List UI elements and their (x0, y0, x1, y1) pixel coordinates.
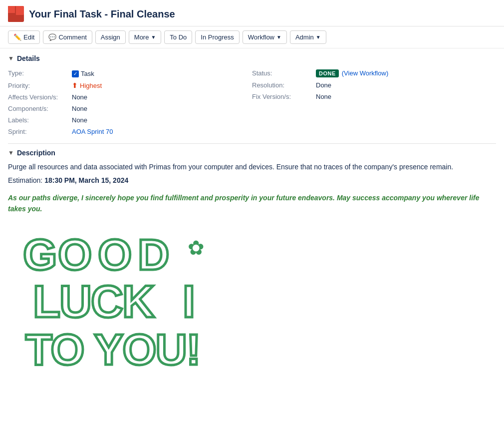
details-grid: Type: ✓ Task Priority: ⬆ Highest Affects… (8, 67, 496, 137)
svg-text:✿: ✿ (188, 237, 205, 259)
details-toggle-icon: ▼ (8, 55, 14, 62)
good-luck-image: G O O D ✿ LUCK I TO YOU! (8, 225, 496, 386)
svg-text:LUCK: LUCK (33, 277, 155, 327)
description-section-label: Description (17, 149, 55, 157)
resolution-label: Resolution: (252, 81, 312, 89)
toolbar: ✏️ Edit 💬 Comment Assign More ▼ To Do In… (0, 26, 504, 48)
comment-button[interactable]: 💬 Comment (43, 30, 92, 44)
details-section-header[interactable]: ▼ Details (8, 54, 496, 62)
component-value: None (72, 105, 87, 112)
more-chevron-icon: ▼ (151, 34, 156, 40)
app-logo (8, 6, 24, 22)
affects-version-row: Affects Version/s: None (8, 91, 252, 103)
assign-button[interactable]: Assign (95, 30, 126, 44)
done-badge: DONE (316, 69, 339, 77)
sprint-row: Sprint: AOA Sprint 70 (8, 126, 252, 137)
details-left-col: Type: ✓ Task Priority: ⬆ Highest Affects… (8, 67, 252, 137)
affects-version-label: Affects Version/s: (8, 93, 68, 101)
component-label: Component/s: (8, 105, 68, 112)
type-row: Type: ✓ Task (8, 67, 252, 79)
view-workflow-link[interactable]: (View Workflow) (342, 69, 388, 77)
details-right-col: Status: DONE(View Workflow) Resolution: … (252, 67, 496, 137)
estimation-value: 18:30 PM, March 15, 2024 (44, 176, 128, 184)
component-row: Component/s: None (8, 103, 252, 114)
description-section-header[interactable]: ▼ Description (8, 149, 496, 157)
admin-chevron-icon: ▼ (316, 34, 321, 40)
description-main-text: Purge all resources and data associated … (8, 162, 496, 172)
fix-version-label: Fix Version/s: (252, 93, 312, 100)
estimation-text: Estimation: 18:30 PM, March 15, 2024 (8, 176, 496, 184)
priority-highest-icon: ⬆ (72, 81, 78, 89)
workflow-button[interactable]: Workflow ▼ (243, 30, 287, 44)
labels-label: Labels: (8, 116, 68, 124)
task-checkbox-icon: ✓ (72, 70, 79, 77)
status-row: Status: DONE(View Workflow) (252, 67, 496, 79)
svg-text:D: D (138, 230, 169, 279)
description-section: ▼ Description Purge all resources and da… (8, 149, 496, 215)
status-label: Status: (252, 69, 312, 77)
resolution-row: Resolution: Done (252, 79, 496, 91)
details-section-label: Details (17, 54, 40, 62)
fix-version-value: None (316, 93, 331, 100)
priority-row: Priority: ⬆ Highest (8, 79, 252, 91)
type-value: ✓ Task (72, 70, 94, 77)
edit-icon: ✏️ (13, 33, 21, 41)
svg-text:TO YOU!: TO YOU! (25, 325, 200, 374)
todo-button[interactable]: To Do (164, 30, 192, 44)
labels-row: Labels: None (8, 114, 252, 126)
details-divider (8, 143, 496, 144)
workflow-chevron-icon: ▼ (276, 34, 281, 40)
priority-label: Priority: (8, 82, 68, 89)
good-luck-svg: G O O D ✿ LUCK I TO YOU! (18, 225, 248, 385)
inprogress-button[interactable]: In Progress (195, 30, 239, 44)
admin-button[interactable]: Admin ▼ (290, 30, 326, 44)
estimation-prefix: Estimation: (8, 176, 44, 184)
type-label: Type: (8, 69, 68, 77)
description-toggle-icon: ▼ (8, 149, 14, 156)
svg-text:I: I (183, 277, 195, 327)
svg-text:O: O (58, 230, 91, 279)
more-button[interactable]: More ▼ (129, 30, 162, 44)
svg-rect-3 (8, 6, 15, 13)
main-content: ▼ Details Type: ✓ Task Priority: ⬆ Highe… (0, 48, 504, 392)
svg-text:G: G (23, 230, 56, 279)
resolution-value: Done (316, 81, 331, 89)
page-title: Your Final Task - Final Cleanse (29, 8, 175, 20)
sprint-label: Sprint: (8, 128, 68, 135)
labels-value: None (72, 116, 87, 124)
comment-icon: 💬 (48, 33, 56, 41)
edit-button[interactable]: ✏️ Edit (8, 30, 40, 44)
svg-text:O: O (98, 230, 131, 279)
priority-value: ⬆ Highest (72, 81, 102, 89)
sprint-value[interactable]: AOA Sprint 70 (72, 128, 113, 135)
fix-version-row: Fix Version/s: None (252, 91, 496, 102)
svg-rect-1 (15, 6, 24, 15)
page-header: Your Final Task - Final Cleanse (0, 0, 504, 26)
status-value: DONE(View Workflow) (316, 69, 388, 77)
farewell-text: As our paths diverge, I sincerely hope y… (8, 192, 496, 215)
affects-version-value: None (72, 93, 87, 101)
